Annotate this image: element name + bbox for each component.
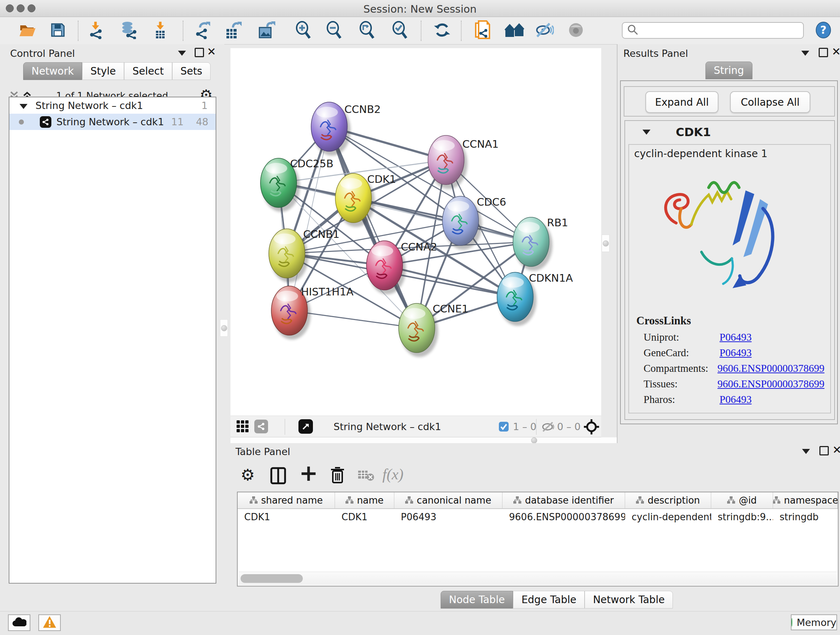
save-session-button[interactable] [49,21,67,40]
panel-menu-icon[interactable] [178,51,186,56]
crosslink-link[interactable]: 9606.ENSP00000378699 [717,378,824,390]
show-columns-icon[interactable] [270,467,286,486]
zoom-fit-button[interactable] [358,21,377,40]
network-share-view-icon[interactable] [254,420,268,433]
network-node[interactable] [399,303,435,353]
zoom-selected-button[interactable] [391,21,409,40]
crosslink-row: Uniprot:P06493 [644,331,824,343]
network-node[interactable] [428,135,464,185]
search-input[interactable] [638,25,796,36]
network-node[interactable] [513,217,549,266]
tab-select[interactable]: Select [124,62,172,80]
tab-style[interactable]: Style [82,62,124,80]
search-field[interactable] [622,22,804,39]
export-image-button[interactable] [257,21,276,40]
vertical-splitter-handle[interactable] [220,319,228,337]
network-node[interactable] [311,102,347,151]
panel-close-icon[interactable]: ✕ [207,47,216,57]
column-header-description[interactable]: description [625,492,711,508]
network-canvas[interactable]: CCNB2CCNA1CDC25BCDK1CDC6RB1CCNB1CCNA2CDK… [231,48,601,416]
network-node[interactable] [366,241,403,290]
export-table-button[interactable] [224,21,243,40]
show-graphics-button[interactable] [567,21,585,40]
column-header-canonical-name[interactable]: canonical name [394,492,502,508]
crosslink-link[interactable]: P06493 [720,394,752,405]
card-collapse-icon[interactable] [643,130,651,135]
panel-close-icon[interactable]: ✕ [832,445,840,455]
delete-table-icon[interactable] [358,469,374,483]
selected-counts: 1 – 0 [513,421,537,432]
zoom-selected-icon [391,21,409,41]
collapse-all-button[interactable]: Collapse All [730,91,810,113]
network-node[interactable] [269,229,305,278]
refresh-layout-button[interactable] [433,21,452,40]
panel-float-icon[interactable] [195,48,204,57]
function-builder-icon[interactable]: f(x) [382,466,403,483]
table-cell[interactable]: P06493 [394,509,502,525]
network-collection-row[interactable]: String Network – cdk1 1 [9,97,216,114]
crosslink-link[interactable]: P06493 [720,347,752,359]
birdseye-view-icon[interactable] [298,419,313,434]
string-hide-button[interactable] [535,21,554,40]
column-header-database-identifier[interactable]: database identifier [502,492,625,508]
table-settings-gear-icon[interactable]: ⚙ [240,467,255,483]
string-home-button[interactable] [505,21,524,40]
vertical-splitter-handle[interactable] [602,234,609,252]
table-cell[interactable]: CDK1 [238,509,335,525]
column-header-name[interactable]: name [335,492,394,508]
grid-view-icon[interactable] [236,420,249,434]
panel-float-icon[interactable] [819,446,829,455]
table-row[interactable]: CDK1CDK1P064939606.ENSP00000378699cyclin… [238,509,838,525]
table-cell[interactable]: stringdb [773,509,838,525]
network-row[interactable]: String Network – cdk1 11 48 [9,114,216,130]
tab-network[interactable]: Network [23,62,82,80]
column-header-@id[interactable]: @id [711,492,773,508]
scrollbar-thumb[interactable] [240,574,303,583]
column-header-shared-name[interactable]: shared name [238,492,335,508]
cloud-button[interactable] [8,614,30,631]
table-cell[interactable]: 9606.ENSP00000378699 [502,509,625,525]
create-column-plus-icon[interactable]: + [299,462,318,485]
import-network-database-button[interactable] [120,21,139,40]
network-edge[interactable] [289,127,329,310]
selected-checkbox-icon[interactable] [499,421,509,433]
memory-button[interactable]: Memory [791,614,837,630]
panel-close-icon[interactable]: ✕ [832,47,840,57]
window-title: Session: New Session [0,3,840,15]
tree-expand-icon[interactable] [19,100,27,111]
help-button[interactable]: ? [814,21,833,40]
panel-menu-icon[interactable] [801,51,809,56]
tab-node-table[interactable]: Node Table [441,591,513,608]
tab-sets[interactable]: Sets [172,62,211,80]
open-session-button[interactable] [18,21,36,40]
crosshair-icon[interactable] [583,418,600,437]
column-header-namespace[interactable]: namespace [773,492,838,508]
table-cell[interactable]: cyclin-dependent ... [625,509,711,525]
warning-button[interactable] [38,614,61,631]
delete-column-trash-icon[interactable] [330,466,345,486]
zoom-out-button[interactable] [325,21,344,40]
network-node[interactable] [335,173,371,223]
export-network-button[interactable] [194,21,213,40]
crosslink-link[interactable]: P06493 [720,331,752,343]
tab-edge-table[interactable]: Edge Table [513,591,584,608]
toolbar-separator [183,21,183,41]
zoom-in-button[interactable] [294,21,313,40]
main-toolbar: ? [0,17,840,44]
import-table-button[interactable] [151,21,170,40]
tab-string[interactable]: String [706,62,752,79]
import-network-button[interactable] [86,21,105,40]
crosslink-link[interactable]: 9606.ENSP00000378699 [717,363,824,374]
table-horizontal-scrollbar[interactable] [238,572,837,585]
horizontal-splitter-dot[interactable] [531,437,537,443]
table-cell[interactable]: CDK1 [335,509,394,525]
panel-float-icon[interactable] [819,48,828,57]
string-import-button[interactable] [473,21,492,40]
hidden-eye-icon[interactable] [541,421,555,434]
expand-all-button[interactable]: Expand All [645,91,718,113]
network-node[interactable] [442,196,478,245]
network-node[interactable] [497,272,533,321]
panel-menu-icon[interactable] [802,449,810,454]
table-cell[interactable]: stringdb:9... [711,509,773,525]
tab-network-table[interactable]: Network Table [584,591,673,608]
